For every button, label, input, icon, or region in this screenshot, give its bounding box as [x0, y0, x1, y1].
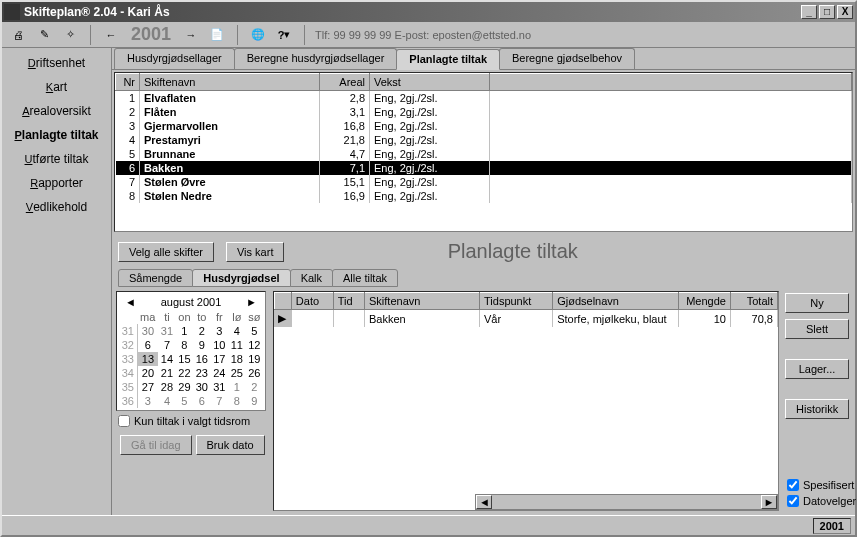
subtab-3[interactable]: Alle tiltak: [332, 269, 398, 287]
cal-day[interactable]: 17: [211, 352, 228, 366]
table-row[interactable]: 2Flåten3,1Eng, 2gj./2sl.: [116, 105, 852, 119]
cal-day[interactable]: 7: [211, 394, 228, 408]
cal-day[interactable]: 1: [228, 380, 245, 394]
sidebar-item-3[interactable]: Planlagte tiltak: [14, 128, 98, 142]
cal-day[interactable]: 5: [176, 394, 193, 408]
tab-1[interactable]: Beregne husdyrgjødsellager: [234, 48, 398, 69]
wand-icon[interactable]: ✧: [60, 25, 80, 45]
cal-day[interactable]: 8: [176, 338, 193, 352]
cal-day[interactable]: 21: [158, 366, 175, 380]
tidsrom-checkbox[interactable]: [118, 415, 130, 427]
show-map-button[interactable]: Vis kart: [226, 242, 284, 262]
col-mengde[interactable]: Mengde: [678, 293, 730, 310]
cal-day[interactable]: 5: [246, 324, 264, 338]
cal-day[interactable]: 31: [211, 380, 228, 394]
spesifisert-checkbox[interactable]: [787, 479, 799, 491]
new-button[interactable]: Ny: [785, 293, 849, 313]
tab-3[interactable]: Beregne gjødselbehov: [499, 48, 635, 69]
cal-day[interactable]: 6: [137, 338, 158, 352]
cal-day[interactable]: 2: [246, 380, 264, 394]
minimize-button[interactable]: _: [801, 5, 817, 19]
table-row[interactable]: 3Gjermarvollen16,8Eng, 2gj./2sl.: [116, 119, 852, 133]
cal-day[interactable]: 31: [158, 324, 175, 338]
sidebar-item-5[interactable]: Rapporter: [30, 176, 83, 190]
cal-day[interactable]: 26: [246, 366, 264, 380]
tab-2[interactable]: Planlagte tiltak: [396, 49, 500, 70]
col-skiftenavn2[interactable]: Skiftenavn: [365, 293, 480, 310]
cal-day[interactable]: 27: [137, 380, 158, 394]
cal-day[interactable]: 11: [228, 338, 245, 352]
cal-day[interactable]: 6: [193, 394, 210, 408]
document-icon[interactable]: 📄: [207, 25, 227, 45]
year-prev-button[interactable]: ←: [101, 25, 121, 45]
cal-day[interactable]: 1: [176, 324, 193, 338]
sidebar-item-0[interactable]: Driftsenhet: [28, 56, 85, 70]
cal-day[interactable]: 19: [246, 352, 264, 366]
col-tid[interactable]: Tid: [333, 293, 364, 310]
cal-day[interactable]: 4: [158, 394, 175, 408]
col-totalt[interactable]: Totalt: [730, 293, 777, 310]
print-icon[interactable]: 🖨: [8, 25, 28, 45]
cal-next-button[interactable]: ►: [242, 296, 261, 308]
col-dato[interactable]: Dato: [291, 293, 333, 310]
calendar[interactable]: ◄ august 2001 ► mationtofrløsø3130311234…: [116, 291, 266, 411]
history-button[interactable]: Historikk: [785, 399, 849, 419]
scroll-left-button[interactable]: ◄: [476, 495, 492, 509]
table-row[interactable]: 5Brunnane4,7Eng, 2gj./2sl.: [116, 147, 852, 161]
cal-day[interactable]: 3: [137, 394, 158, 408]
help-icon[interactable]: ?▾: [274, 25, 294, 45]
cal-day[interactable]: 30: [137, 324, 158, 338]
cal-day[interactable]: 9: [193, 338, 210, 352]
col-vekst[interactable]: Vekst: [370, 74, 490, 91]
sidebar-item-4[interactable]: Utførte tiltak: [25, 152, 89, 166]
skifter-grid[interactable]: Nr Skiftenavn Areal Vekst 1Elvaflaten2,8…: [114, 72, 853, 232]
cal-day[interactable]: 3: [211, 324, 228, 338]
year-next-button[interactable]: →: [181, 25, 201, 45]
close-button[interactable]: X: [837, 5, 853, 19]
cal-day[interactable]: 9: [246, 394, 264, 408]
detail-grid[interactable]: Dato Tid Skiftenavn Tidspunkt Gjødselnav…: [273, 291, 779, 511]
cal-day[interactable]: 15: [176, 352, 193, 366]
subtab-1[interactable]: Husdyrgjødsel: [192, 269, 290, 287]
table-row[interactable]: 1Elvaflaten2,8Eng, 2gj./2sl.: [116, 91, 852, 106]
cal-day[interactable]: 4: [228, 324, 245, 338]
tab-0[interactable]: Husdyrgjødsellager: [114, 48, 235, 69]
cal-day[interactable]: 14: [158, 352, 175, 366]
cal-day[interactable]: 24: [211, 366, 228, 380]
today-button[interactable]: Gå til idag: [120, 435, 192, 455]
datovelger-checkbox[interactable]: [787, 495, 799, 507]
subtab-0[interactable]: Såmengde: [118, 269, 193, 287]
cal-day[interactable]: 18: [228, 352, 245, 366]
cal-day[interactable]: 13: [137, 352, 158, 366]
cal-day[interactable]: 23: [193, 366, 210, 380]
cal-day[interactable]: 7: [158, 338, 175, 352]
globe-icon[interactable]: 🌐: [248, 25, 268, 45]
detail-row[interactable]: ▶ Bakken Vår Storfe, mjølkeku, blaut 10 …: [274, 310, 777, 328]
cal-day[interactable]: 22: [176, 366, 193, 380]
col-nr[interactable]: Nr: [116, 74, 140, 91]
table-row[interactable]: 7Stølen Øvre15,1Eng, 2gj./2sl.: [116, 175, 852, 189]
table-row[interactable]: 8Stølen Nedre16,9Eng, 2gj./2sl.: [116, 189, 852, 203]
sidebar-item-6[interactable]: Vedlikehold: [26, 200, 87, 214]
cal-prev-button[interactable]: ◄: [121, 296, 140, 308]
maximize-button[interactable]: □: [819, 5, 835, 19]
use-date-button[interactable]: Bruk dato: [196, 435, 265, 455]
sidebar-item-1[interactable]: Kart: [46, 80, 67, 94]
select-all-button[interactable]: Velg alle skifter: [118, 242, 214, 262]
table-row[interactable]: 6Bakken7,1Eng, 2gj./2sl.: [116, 161, 852, 175]
cal-day[interactable]: 8: [228, 394, 245, 408]
subtab-2[interactable]: Kalk: [290, 269, 333, 287]
cal-day[interactable]: 29: [176, 380, 193, 394]
cal-day[interactable]: 20: [137, 366, 158, 380]
cal-day[interactable]: 25: [228, 366, 245, 380]
col-skiftenavn[interactable]: Skiftenavn: [140, 74, 320, 91]
cal-day[interactable]: 12: [246, 338, 264, 352]
delete-button[interactable]: Slett: [785, 319, 849, 339]
cal-day[interactable]: 28: [158, 380, 175, 394]
storage-button[interactable]: Lager...: [785, 359, 849, 379]
tool-icon[interactable]: ✎: [34, 25, 54, 45]
cal-day[interactable]: 10: [211, 338, 228, 352]
cal-day[interactable]: 2: [193, 324, 210, 338]
cal-day[interactable]: 30: [193, 380, 210, 394]
cal-day[interactable]: 16: [193, 352, 210, 366]
